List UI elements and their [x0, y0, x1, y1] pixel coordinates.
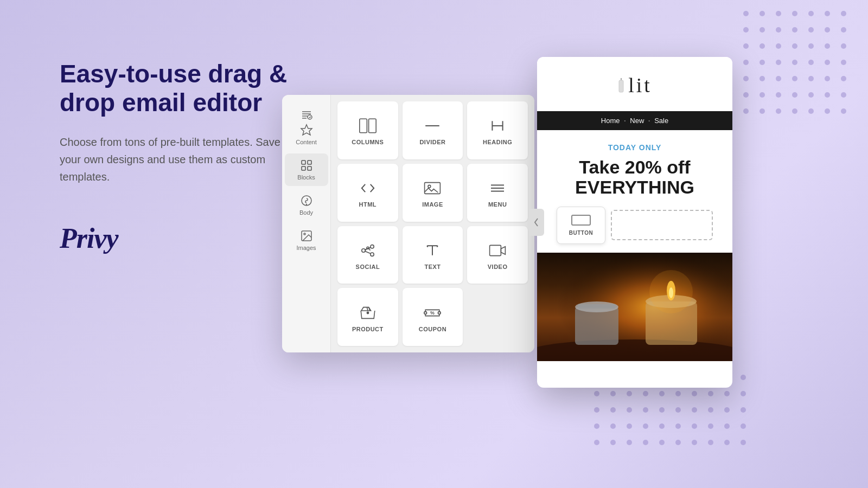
svg-point-84	[675, 423, 681, 429]
svg-point-5	[825, 11, 830, 16]
nav-sale[interactable]: Sale	[654, 117, 668, 125]
svg-point-122	[371, 245, 374, 248]
svg-point-11	[808, 27, 814, 33]
svg-point-94	[675, 440, 681, 445]
svg-rect-110	[360, 119, 367, 133]
svg-point-34	[841, 76, 846, 81]
svg-point-30	[776, 76, 781, 81]
svg-point-89	[594, 440, 599, 445]
candle-image	[537, 253, 732, 361]
svg-point-63	[659, 391, 665, 396]
block-social[interactable]: SOCIAL	[337, 226, 398, 284]
svg-text:Privy: Privy	[60, 223, 119, 254]
block-columns[interactable]: COLUMNS	[337, 101, 398, 159]
button-icon	[571, 215, 591, 226]
svg-point-25	[808, 60, 814, 65]
svg-point-90	[610, 440, 616, 445]
email-nav: Home • New • Sale	[537, 111, 732, 130]
svg-point-147	[649, 270, 693, 313]
svg-rect-111	[368, 119, 376, 133]
collapse-button[interactable]	[529, 209, 544, 236]
svg-point-12	[825, 27, 830, 33]
block-coupon[interactable]: % COUPON	[403, 288, 463, 346]
svg-point-98	[741, 440, 746, 445]
block-heading-label: HEADING	[483, 139, 512, 145]
nav-new[interactable]: New	[630, 117, 644, 125]
svg-point-70	[610, 407, 616, 413]
svg-point-1	[760, 11, 765, 16]
sidebar-item-content[interactable]: Content	[285, 103, 328, 151]
block-menu-label: MENU	[488, 201, 507, 208]
block-video[interactable]: VIDEO	[467, 226, 528, 284]
svg-point-39	[808, 92, 814, 98]
promo-line2: EVERYTHING	[575, 177, 694, 197]
svg-point-130	[366, 311, 369, 314]
svg-point-21	[743, 60, 749, 65]
sidebar-item-images[interactable]: Images	[285, 224, 328, 256]
sidebar-images-label: Images	[296, 245, 316, 251]
block-columns-label: COLUMNS	[352, 139, 384, 145]
svg-point-81	[627, 423, 632, 429]
email-button-block[interactable]: BUTTON	[557, 207, 605, 244]
svg-point-69	[594, 407, 599, 413]
svg-point-73	[659, 407, 665, 413]
main-description: Choose from tons of pre-built templates.…	[60, 133, 288, 185]
nav-home[interactable]: Home	[601, 117, 620, 125]
block-text-label: TEXT	[424, 264, 441, 270]
email-logo: lit	[548, 68, 722, 100]
svg-point-44	[776, 108, 781, 114]
svg-point-117	[428, 185, 431, 188]
svg-point-132	[438, 311, 441, 314]
svg-point-83	[659, 423, 665, 429]
svg-point-28	[743, 76, 749, 81]
svg-point-107	[306, 204, 307, 205]
block-image[interactable]: IMAGE	[403, 164, 463, 222]
block-divider-label: DIVIDER	[419, 139, 445, 145]
svg-point-13	[841, 27, 846, 33]
block-product-label: PRODUCT	[352, 326, 384, 332]
svg-rect-136	[619, 80, 623, 92]
svg-point-19	[825, 43, 830, 49]
svg-point-67	[724, 391, 730, 396]
svg-point-41	[841, 92, 846, 98]
svg-line-125	[365, 251, 371, 253]
editor-sidebar: Content Blocks Body	[282, 95, 331, 352]
svg-point-26	[825, 60, 830, 65]
block-html-label: HTML	[359, 201, 377, 208]
svg-point-61	[627, 391, 632, 396]
block-html[interactable]: HTML	[337, 164, 398, 222]
svg-point-109	[304, 233, 305, 235]
svg-point-58	[741, 375, 746, 380]
svg-point-29	[760, 76, 765, 81]
email-logo-text: lit	[628, 73, 652, 97]
svg-point-31	[792, 76, 797, 81]
sidebar-blocks-label: Blocks	[297, 174, 315, 181]
svg-point-82	[643, 423, 648, 429]
block-menu[interactable]: MENU	[467, 164, 528, 222]
svg-point-33	[825, 76, 830, 81]
svg-point-6	[841, 11, 846, 16]
svg-point-92	[643, 440, 648, 445]
dots-decoration-top-right	[741, 8, 860, 130]
block-social-label: SOCIAL	[356, 264, 380, 270]
svg-point-27	[841, 60, 846, 65]
block-divider[interactable]: DIVIDER	[403, 101, 463, 159]
block-product[interactable]: PRODUCT	[337, 288, 398, 346]
svg-point-47	[825, 108, 830, 114]
blocks-grid: COLUMNS DIVIDER HEADING HTML	[331, 95, 534, 352]
svg-point-43	[760, 108, 765, 114]
block-heading[interactable]: HEADING	[467, 101, 528, 159]
sidebar-item-body[interactable]: Body	[285, 189, 328, 221]
svg-rect-140	[575, 307, 618, 345]
sidebar-item-blocks[interactable]: Blocks	[285, 153, 328, 186]
svg-point-18	[808, 43, 814, 49]
promo-line1: Take 20% off	[579, 157, 690, 177]
svg-point-121	[362, 249, 365, 252]
svg-point-77	[724, 407, 730, 413]
block-text[interactable]: TEXT	[403, 226, 463, 284]
svg-point-139	[537, 339, 732, 361]
sidebar-content-label: Content	[296, 139, 317, 145]
svg-point-68	[741, 391, 746, 396]
svg-rect-129	[490, 245, 501, 255]
svg-point-3	[792, 11, 797, 16]
